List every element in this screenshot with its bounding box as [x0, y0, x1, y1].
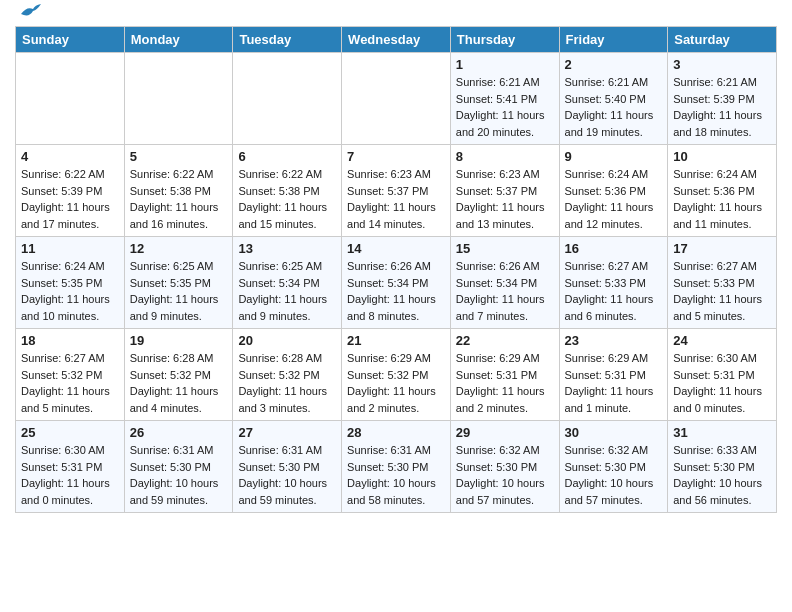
day-number: 25 [21, 425, 119, 440]
day-number: 21 [347, 333, 445, 348]
calendar-cell [16, 53, 125, 145]
calendar-cell [124, 53, 233, 145]
day-info: Sunrise: 6:26 AM Sunset: 5:34 PM Dayligh… [456, 258, 554, 324]
calendar-cell: 25Sunrise: 6:30 AM Sunset: 5:31 PM Dayli… [16, 421, 125, 513]
day-info: Sunrise: 6:21 AM Sunset: 5:40 PM Dayligh… [565, 74, 663, 140]
calendar-cell: 11Sunrise: 6:24 AM Sunset: 5:35 PM Dayli… [16, 237, 125, 329]
calendar-cell: 29Sunrise: 6:32 AM Sunset: 5:30 PM Dayli… [450, 421, 559, 513]
day-info: Sunrise: 6:24 AM Sunset: 5:36 PM Dayligh… [673, 166, 771, 232]
col-wednesday: Wednesday [342, 27, 451, 53]
day-info: Sunrise: 6:25 AM Sunset: 5:35 PM Dayligh… [130, 258, 228, 324]
day-info: Sunrise: 6:33 AM Sunset: 5:30 PM Dayligh… [673, 442, 771, 508]
day-info: Sunrise: 6:32 AM Sunset: 5:30 PM Dayligh… [565, 442, 663, 508]
calendar-week-5: 25Sunrise: 6:30 AM Sunset: 5:31 PM Dayli… [16, 421, 777, 513]
day-number: 7 [347, 149, 445, 164]
calendar-week-1: 1Sunrise: 6:21 AM Sunset: 5:41 PM Daylig… [16, 53, 777, 145]
calendar-cell: 5Sunrise: 6:22 AM Sunset: 5:38 PM Daylig… [124, 145, 233, 237]
calendar-cell: 26Sunrise: 6:31 AM Sunset: 5:30 PM Dayli… [124, 421, 233, 513]
col-monday: Monday [124, 27, 233, 53]
day-number: 17 [673, 241, 771, 256]
day-info: Sunrise: 6:27 AM Sunset: 5:33 PM Dayligh… [673, 258, 771, 324]
calendar-cell: 8Sunrise: 6:23 AM Sunset: 5:37 PM Daylig… [450, 145, 559, 237]
calendar-cell: 4Sunrise: 6:22 AM Sunset: 5:39 PM Daylig… [16, 145, 125, 237]
day-number: 3 [673, 57, 771, 72]
day-number: 26 [130, 425, 228, 440]
day-info: Sunrise: 6:29 AM Sunset: 5:31 PM Dayligh… [456, 350, 554, 416]
calendar-cell: 20Sunrise: 6:28 AM Sunset: 5:32 PM Dayli… [233, 329, 342, 421]
logo [15, 10, 41, 18]
day-number: 8 [456, 149, 554, 164]
day-info: Sunrise: 6:23 AM Sunset: 5:37 PM Dayligh… [456, 166, 554, 232]
calendar-cell: 10Sunrise: 6:24 AM Sunset: 5:36 PM Dayli… [668, 145, 777, 237]
calendar-cell: 30Sunrise: 6:32 AM Sunset: 5:30 PM Dayli… [559, 421, 668, 513]
day-number: 12 [130, 241, 228, 256]
col-friday: Friday [559, 27, 668, 53]
calendar-cell: 16Sunrise: 6:27 AM Sunset: 5:33 PM Dayli… [559, 237, 668, 329]
day-info: Sunrise: 6:32 AM Sunset: 5:30 PM Dayligh… [456, 442, 554, 508]
calendar-cell: 22Sunrise: 6:29 AM Sunset: 5:31 PM Dayli… [450, 329, 559, 421]
day-number: 15 [456, 241, 554, 256]
day-info: Sunrise: 6:30 AM Sunset: 5:31 PM Dayligh… [673, 350, 771, 416]
calendar-cell: 28Sunrise: 6:31 AM Sunset: 5:30 PM Dayli… [342, 421, 451, 513]
calendar-cell: 9Sunrise: 6:24 AM Sunset: 5:36 PM Daylig… [559, 145, 668, 237]
day-number: 29 [456, 425, 554, 440]
calendar-cell: 19Sunrise: 6:28 AM Sunset: 5:32 PM Dayli… [124, 329, 233, 421]
day-info: Sunrise: 6:22 AM Sunset: 5:38 PM Dayligh… [130, 166, 228, 232]
day-number: 5 [130, 149, 228, 164]
day-info: Sunrise: 6:29 AM Sunset: 5:31 PM Dayligh… [565, 350, 663, 416]
calendar-cell: 2Sunrise: 6:21 AM Sunset: 5:40 PM Daylig… [559, 53, 668, 145]
calendar-cell: 12Sunrise: 6:25 AM Sunset: 5:35 PM Dayli… [124, 237, 233, 329]
calendar-week-3: 11Sunrise: 6:24 AM Sunset: 5:35 PM Dayli… [16, 237, 777, 329]
day-number: 9 [565, 149, 663, 164]
calendar-week-2: 4Sunrise: 6:22 AM Sunset: 5:39 PM Daylig… [16, 145, 777, 237]
day-number: 14 [347, 241, 445, 256]
calendar-cell: 17Sunrise: 6:27 AM Sunset: 5:33 PM Dayli… [668, 237, 777, 329]
day-info: Sunrise: 6:31 AM Sunset: 5:30 PM Dayligh… [347, 442, 445, 508]
day-info: Sunrise: 6:29 AM Sunset: 5:32 PM Dayligh… [347, 350, 445, 416]
day-number: 4 [21, 149, 119, 164]
calendar-cell: 14Sunrise: 6:26 AM Sunset: 5:34 PM Dayli… [342, 237, 451, 329]
day-number: 2 [565, 57, 663, 72]
calendar-cell: 18Sunrise: 6:27 AM Sunset: 5:32 PM Dayli… [16, 329, 125, 421]
col-sunday: Sunday [16, 27, 125, 53]
day-number: 10 [673, 149, 771, 164]
calendar-cell: 15Sunrise: 6:26 AM Sunset: 5:34 PM Dayli… [450, 237, 559, 329]
day-number: 16 [565, 241, 663, 256]
day-number: 19 [130, 333, 228, 348]
day-info: Sunrise: 6:27 AM Sunset: 5:33 PM Dayligh… [565, 258, 663, 324]
day-info: Sunrise: 6:28 AM Sunset: 5:32 PM Dayligh… [238, 350, 336, 416]
day-number: 24 [673, 333, 771, 348]
day-number: 1 [456, 57, 554, 72]
col-saturday: Saturday [668, 27, 777, 53]
calendar-cell [233, 53, 342, 145]
day-number: 31 [673, 425, 771, 440]
calendar-cell: 1Sunrise: 6:21 AM Sunset: 5:41 PM Daylig… [450, 53, 559, 145]
col-thursday: Thursday [450, 27, 559, 53]
calendar-cell: 13Sunrise: 6:25 AM Sunset: 5:34 PM Dayli… [233, 237, 342, 329]
calendar-cell: 21Sunrise: 6:29 AM Sunset: 5:32 PM Dayli… [342, 329, 451, 421]
calendar-cell: 23Sunrise: 6:29 AM Sunset: 5:31 PM Dayli… [559, 329, 668, 421]
col-tuesday: Tuesday [233, 27, 342, 53]
day-number: 20 [238, 333, 336, 348]
day-info: Sunrise: 6:27 AM Sunset: 5:32 PM Dayligh… [21, 350, 119, 416]
calendar-body: 1Sunrise: 6:21 AM Sunset: 5:41 PM Daylig… [16, 53, 777, 513]
calendar-header-row: Sunday Monday Tuesday Wednesday Thursday… [16, 27, 777, 53]
day-number: 18 [21, 333, 119, 348]
day-info: Sunrise: 6:21 AM Sunset: 5:39 PM Dayligh… [673, 74, 771, 140]
day-info: Sunrise: 6:23 AM Sunset: 5:37 PM Dayligh… [347, 166, 445, 232]
page-header [15, 10, 777, 18]
day-number: 27 [238, 425, 336, 440]
day-info: Sunrise: 6:22 AM Sunset: 5:38 PM Dayligh… [238, 166, 336, 232]
calendar-cell: 3Sunrise: 6:21 AM Sunset: 5:39 PM Daylig… [668, 53, 777, 145]
calendar-cell [342, 53, 451, 145]
day-number: 13 [238, 241, 336, 256]
day-number: 11 [21, 241, 119, 256]
calendar-cell: 7Sunrise: 6:23 AM Sunset: 5:37 PM Daylig… [342, 145, 451, 237]
calendar-cell: 27Sunrise: 6:31 AM Sunset: 5:30 PM Dayli… [233, 421, 342, 513]
day-number: 30 [565, 425, 663, 440]
day-info: Sunrise: 6:24 AM Sunset: 5:36 PM Dayligh… [565, 166, 663, 232]
day-info: Sunrise: 6:31 AM Sunset: 5:30 PM Dayligh… [238, 442, 336, 508]
day-info: Sunrise: 6:28 AM Sunset: 5:32 PM Dayligh… [130, 350, 228, 416]
calendar-cell: 31Sunrise: 6:33 AM Sunset: 5:30 PM Dayli… [668, 421, 777, 513]
day-number: 22 [456, 333, 554, 348]
